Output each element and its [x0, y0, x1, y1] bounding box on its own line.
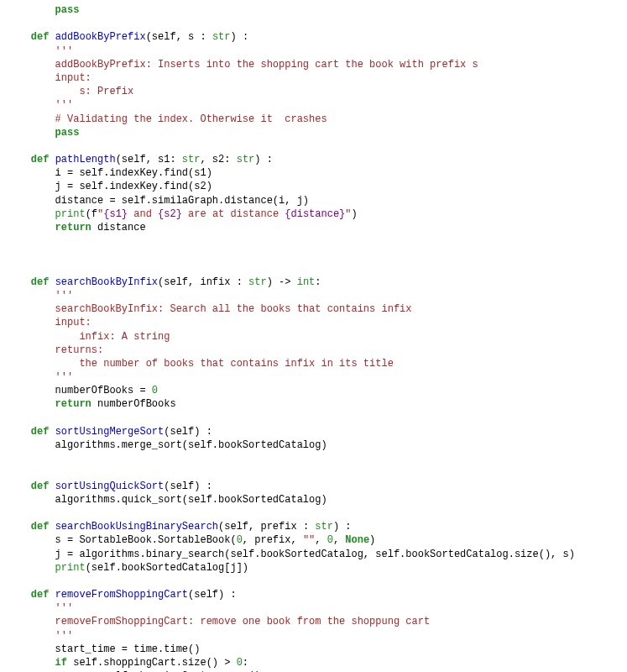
code-block: pass def addBookByPrefix(self, s : str) …: [7, 4, 575, 672]
code-document: pass def addBookByPrefix(self, s : str) …: [0, 0, 627, 672]
